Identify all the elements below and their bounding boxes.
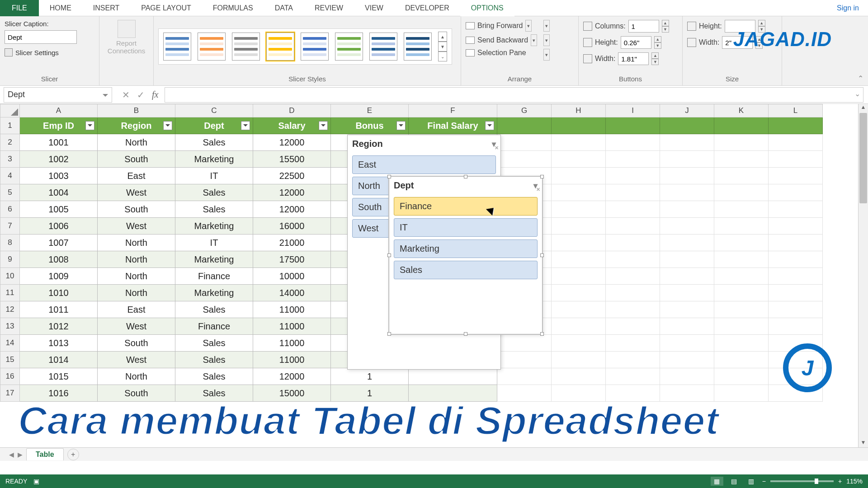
cancel-icon[interactable]: ✕ bbox=[122, 89, 130, 100]
tab-view[interactable]: VIEW bbox=[354, 0, 394, 16]
slicer-settings-button[interactable]: Slicer Settings bbox=[5, 48, 77, 56]
empty-cell[interactable] bbox=[660, 335, 714, 352]
sign-in-link[interactable]: Sign in bbox=[837, 4, 859, 12]
cell[interactable]: Marketing bbox=[175, 218, 253, 235]
cell[interactable]: 12000 bbox=[253, 368, 331, 385]
cell[interactable] bbox=[409, 368, 497, 385]
col-header-f[interactable]: F bbox=[409, 104, 497, 117]
tab-home[interactable]: HOME bbox=[39, 0, 82, 16]
macro-record-icon[interactable]: ▣ bbox=[33, 478, 39, 485]
row-header[interactable]: 7 bbox=[0, 218, 20, 235]
empty-cell[interactable] bbox=[769, 134, 823, 151]
row-header[interactable]: 15 bbox=[0, 352, 20, 368]
cell[interactable]: Sales bbox=[175, 301, 253, 318]
cell[interactable]: North bbox=[98, 368, 175, 385]
cell[interactable]: 1014 bbox=[20, 352, 98, 368]
empty-cell[interactable] bbox=[660, 352, 714, 368]
cell[interactable]: 1007 bbox=[20, 235, 98, 251]
cell[interactable]: West bbox=[98, 352, 175, 368]
empty-cell[interactable] bbox=[552, 285, 606, 301]
empty-cell[interactable] bbox=[769, 218, 823, 235]
col-header-c[interactable]: C bbox=[175, 104, 253, 117]
style-light-blue[interactable] bbox=[163, 33, 191, 61]
empty-cell[interactable] bbox=[714, 335, 769, 352]
vertical-scrollbar[interactable]: ▲▼ bbox=[858, 104, 868, 447]
btn-height-spin[interactable]: ▲▼ bbox=[654, 36, 661, 49]
cell[interactable]: West bbox=[98, 184, 175, 201]
empty-cell[interactable] bbox=[714, 184, 769, 201]
cell[interactable]: North bbox=[98, 285, 175, 301]
empty-cell[interactable] bbox=[606, 151, 660, 168]
style-light-blue2[interactable] bbox=[301, 33, 329, 61]
empty-cell[interactable] bbox=[552, 251, 606, 268]
cell[interactable]: 1 bbox=[331, 368, 409, 385]
cell[interactable]: 11000 bbox=[253, 318, 331, 335]
selection-pane-button[interactable]: Selection Pane bbox=[466, 49, 537, 57]
empty-cell[interactable] bbox=[606, 184, 660, 201]
cell[interactable]: North bbox=[98, 251, 175, 268]
empty-cell[interactable] bbox=[606, 301, 660, 318]
empty-cell[interactable] bbox=[606, 335, 660, 352]
cell[interactable]: South bbox=[98, 201, 175, 218]
empty-cell[interactable] bbox=[606, 368, 660, 385]
tab-formulas[interactable]: FORMULAS bbox=[202, 0, 264, 16]
empty-cell[interactable] bbox=[606, 201, 660, 218]
cell[interactable]: West bbox=[98, 318, 175, 335]
cell[interactable]: 1012 bbox=[20, 318, 98, 335]
empty-cell[interactable] bbox=[497, 335, 552, 352]
table-header-cell[interactable]: Region bbox=[98, 117, 175, 134]
cell[interactable]: Marketing bbox=[175, 285, 253, 301]
row-header[interactable]: 1 bbox=[0, 117, 20, 134]
cell[interactable]: 14000 bbox=[253, 285, 331, 301]
cell[interactable]: North bbox=[98, 134, 175, 151]
cell[interactable]: IT bbox=[175, 235, 253, 251]
row-header[interactable]: 9 bbox=[0, 251, 20, 268]
send-backward-drop[interactable]: ▾ bbox=[531, 34, 537, 46]
cell[interactable]: 12000 bbox=[253, 134, 331, 151]
cell[interactable]: 21000 bbox=[253, 235, 331, 251]
empty-cell[interactable] bbox=[606, 134, 660, 151]
style-light-yellow[interactable] bbox=[266, 33, 294, 61]
tab-insert[interactable]: INSERT bbox=[82, 0, 130, 16]
empty-cell[interactable] bbox=[769, 301, 823, 318]
empty-cell[interactable] bbox=[714, 251, 769, 268]
cell[interactable]: East bbox=[98, 168, 175, 184]
empty-cell[interactable] bbox=[660, 251, 714, 268]
cell[interactable]: 1008 bbox=[20, 251, 98, 268]
empty-cell[interactable] bbox=[606, 251, 660, 268]
col-header-l[interactable]: L bbox=[769, 104, 823, 117]
sheet-nav-prev[interactable]: ◀ bbox=[9, 451, 14, 458]
zoom-slider[interactable] bbox=[770, 480, 834, 482]
empty-cell[interactable] bbox=[660, 301, 714, 318]
empty-cell[interactable] bbox=[714, 318, 769, 335]
col-header-i[interactable]: I bbox=[606, 104, 660, 117]
empty-cell[interactable] bbox=[660, 168, 714, 184]
empty-cell[interactable] bbox=[660, 268, 714, 285]
empty-cell[interactable] bbox=[714, 151, 769, 168]
empty-cell[interactable] bbox=[552, 134, 606, 151]
view-page-layout-icon[interactable]: ▤ bbox=[728, 477, 741, 486]
empty-cell[interactable] bbox=[769, 285, 823, 301]
empty-cell[interactable] bbox=[714, 218, 769, 235]
tab-review[interactable]: REVIEW bbox=[304, 0, 354, 16]
slicer-dept-item[interactable]: Sales bbox=[394, 261, 538, 279]
empty-cell[interactable] bbox=[660, 117, 714, 134]
send-backward-button[interactable]: Send Backward▾ bbox=[466, 34, 537, 46]
empty-cell[interactable] bbox=[660, 134, 714, 151]
empty-cell[interactable] bbox=[714, 168, 769, 184]
filter-dropdown-icon[interactable] bbox=[485, 121, 494, 130]
bring-forward-drop[interactable]: ▾ bbox=[525, 20, 532, 32]
cell[interactable]: 1003 bbox=[20, 168, 98, 184]
sheet-tab[interactable]: Table bbox=[26, 448, 64, 460]
cell[interactable]: 1002 bbox=[20, 151, 98, 168]
empty-cell[interactable] bbox=[714, 285, 769, 301]
cell[interactable]: 1011 bbox=[20, 301, 98, 318]
empty-cell[interactable] bbox=[714, 201, 769, 218]
fx-icon[interactable]: fx bbox=[152, 89, 158, 100]
empty-cell[interactable] bbox=[552, 235, 606, 251]
view-page-break-icon[interactable]: ▥ bbox=[745, 477, 758, 486]
style-light-orange[interactable] bbox=[198, 33, 226, 61]
row-header[interactable]: 13 bbox=[0, 318, 20, 335]
slicer-caption-input[interactable] bbox=[5, 30, 77, 44]
empty-cell[interactable] bbox=[769, 184, 823, 201]
